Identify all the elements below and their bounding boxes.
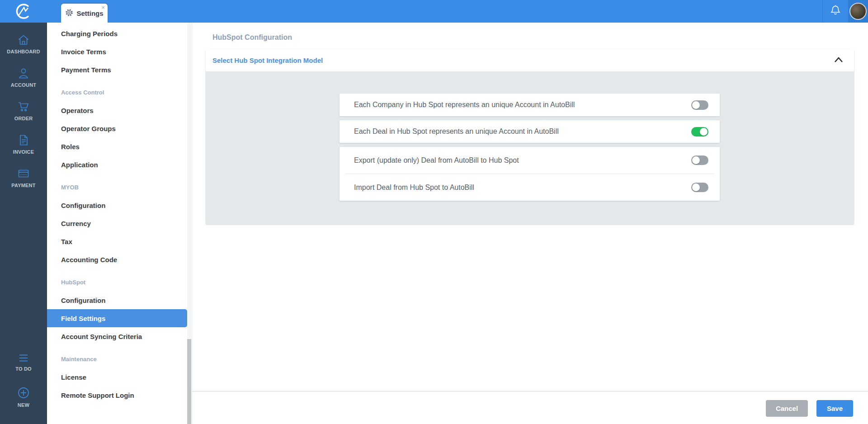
toggle-card: Each Deal in Hub Spot represents an uniq… (340, 120, 720, 143)
sidebar-item-dashboard[interactable]: DASHBOARD (0, 33, 47, 67)
close-icon[interactable]: × (101, 5, 105, 10)
plus-circle-icon (17, 386, 30, 400)
toggle-row-export-deal: Export (update only) Deal from AutoBill … (340, 147, 720, 174)
menu-item-payment-terms[interactable]: Payment Terms (47, 61, 192, 79)
menu-section-hubspot: HubSpot (47, 273, 192, 291)
cart-icon (17, 100, 30, 113)
notifications-button[interactable] (823, 0, 848, 23)
sidebar-item-label: ORDER (14, 116, 33, 121)
toggle-switch-export-deal[interactable] (691, 155, 708, 165)
credit-card-icon (17, 167, 30, 180)
switch-knob (692, 184, 700, 191)
sidebar-item-order[interactable]: ORDER (0, 100, 47, 134)
menu-item-operators[interactable]: Operators (47, 101, 192, 119)
menu-item-operator-groups[interactable]: Operator Groups (47, 119, 192, 137)
menu-section-myob: MYOB (47, 178, 192, 196)
toggle-card: Export (update only) Deal from AutoBill … (340, 147, 720, 201)
sidebar-item-account[interactable]: ACCOUNT (0, 67, 47, 100)
card-body: Each Company in Hub Spot represents an u… (206, 71, 854, 224)
menu-item-application[interactable]: Application (47, 155, 192, 174)
user-menu[interactable] (848, 0, 868, 23)
autobill-logo-icon (14, 2, 33, 21)
toggle-switch-import-deal[interactable] (691, 183, 708, 192)
sidebar-item-label: ACCOUNT (11, 82, 36, 88)
app-window: DASHBOARD ACCOUNT (0, 0, 868, 424)
home-icon (17, 33, 30, 46)
switch-knob (692, 101, 700, 109)
card-header: Select Hub Spot Integration Model (206, 49, 854, 71)
switch-knob (700, 128, 708, 136)
scrollbar-thumb[interactable] (187, 339, 191, 424)
toggle-row-import-deal: Import Deal from Hub Spot to AutoBill (340, 174, 720, 201)
toggle-label: Each Company in Hub Spot represents an u… (354, 101, 575, 109)
menu-item-accounting-code[interactable]: Accounting Code (47, 250, 192, 269)
menu-item-currency[interactable]: Currency (47, 214, 192, 232)
bell-icon (830, 4, 841, 19)
toggle-label: Import Deal from Hub Spot to AutoBill (354, 184, 474, 192)
avatar (849, 3, 867, 20)
primary-nav: DASHBOARD ACCOUNT (0, 23, 47, 201)
menu-item-remote-support-login[interactable]: Remote Support Login (47, 386, 192, 404)
sidebar-item-todo[interactable]: TO DO (0, 353, 47, 386)
top-bar: Settings × (47, 0, 868, 23)
sidebar-item-label: TO DO (15, 366, 32, 372)
menu-section-maintenance: Maintenance (47, 350, 192, 368)
toggle-switch-deal-account[interactable] (691, 127, 708, 137)
sidebar-item-label: INVOICE (13, 149, 34, 155)
top-bar-actions (822, 0, 868, 23)
sidebar-item-payment[interactable]: PAYMENT (0, 167, 47, 201)
tab-settings[interactable]: Settings × (61, 4, 108, 23)
action-footer: Cancel Save (192, 391, 868, 424)
menu-section-access-control: Access Control (47, 83, 192, 101)
toggle-card: Each Company in Hub Spot represents an u… (340, 94, 720, 116)
menu-item-roles[interactable]: Roles (47, 137, 192, 155)
primary-nav-bottom: TO DO NEW (0, 353, 47, 424)
menu-item-charging-periods[interactable]: Charging Periods (47, 24, 192, 42)
card-title: Select Hub Spot Integration Model (212, 57, 323, 64)
menu-item-tax[interactable]: Tax (47, 232, 192, 250)
toggle-row-company-account: Each Company in Hub Spot represents an u… (340, 94, 720, 116)
settings-menu: Charging Periods Invoice Terms Payment T… (47, 23, 192, 424)
menu-item-field-settings[interactable]: Field Settings (47, 309, 187, 327)
menu-item-hubspot-configuration[interactable]: Configuration (47, 291, 192, 309)
collapse-button[interactable] (832, 54, 845, 67)
menu-item-license[interactable]: License (47, 368, 192, 386)
menu-item-myob-configuration[interactable]: Configuration (47, 196, 192, 214)
cancel-button[interactable]: Cancel (766, 400, 808, 417)
toggle-row-deal-account: Each Deal in Hub Spot represents an uniq… (340, 120, 720, 143)
sidebar-item-label: DASHBOARD (7, 49, 40, 54)
menu-icon (17, 353, 30, 363)
gear-icon (65, 9, 73, 18)
toggle-label: Export (update only) Deal from AutoBill … (354, 156, 519, 165)
app-logo[interactable] (0, 0, 47, 23)
tab-label: Settings (76, 9, 103, 17)
primary-sidebar: DASHBOARD ACCOUNT (0, 0, 47, 424)
chevron-up-icon (833, 56, 844, 65)
page-title: HubSpot Configuration (212, 33, 868, 42)
menu-item-account-syncing-criteria[interactable]: Account Syncing Criteria (47, 327, 192, 345)
main-content: HubSpot Configuration Select Hub Spot In… (192, 23, 868, 424)
toggle-label: Each Deal in Hub Spot represents an uniq… (354, 127, 559, 136)
user-icon (17, 67, 30, 80)
document-icon (17, 134, 30, 146)
switch-knob (692, 156, 700, 164)
sidebar-item-label: NEW (18, 402, 29, 408)
sidebar-item-label: PAYMENT (11, 183, 35, 188)
menu-item-invoice-terms[interactable]: Invoice Terms (47, 42, 192, 61)
integration-model-card: Select Hub Spot Integration Model (206, 49, 854, 224)
toggle-switch-company-account[interactable] (691, 100, 708, 110)
sidebar-item-new[interactable]: NEW (0, 386, 47, 419)
sidebar-item-invoice[interactable]: INVOICE (0, 134, 47, 167)
save-button[interactable]: Save (816, 400, 853, 417)
